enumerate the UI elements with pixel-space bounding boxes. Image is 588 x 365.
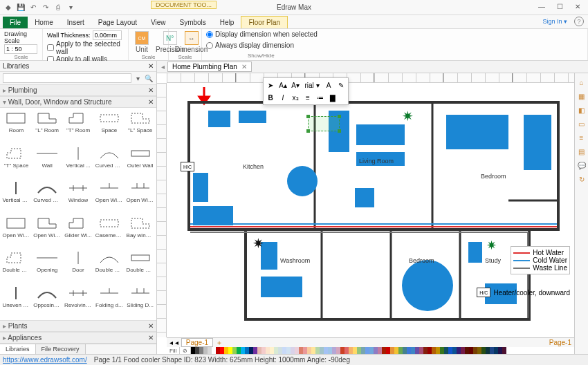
shape-item[interactable]: Outer Wall — [125, 146, 155, 178]
shape-item[interactable]: Folding d... — [94, 286, 124, 318]
furniture[interactable] — [402, 260, 453, 311]
tab-insert[interactable]: Insert — [60, 17, 91, 28]
theme-icon[interactable]: ◧ — [577, 105, 587, 115]
tab-nav-left[interactable]: ◂ — [161, 63, 165, 71]
bullet-icon[interactable]: ≔ — [315, 92, 326, 103]
ruler-vertical[interactable] — [157, 83, 167, 337]
sidebar-tab-recovery[interactable]: File Recovery — [36, 344, 86, 354]
shape-item[interactable]: Double D... — [125, 250, 155, 283]
shape-item[interactable]: Open Win... — [94, 180, 124, 213]
shape-item[interactable]: Curved O... — [33, 180, 62, 213]
redo-icon[interactable]: ↷ — [40, 2, 51, 13]
align-icon[interactable]: ≡ — [302, 92, 313, 103]
page-tab-dup[interactable]: Page-1 — [549, 339, 571, 346]
shape-item[interactable]: Casement... — [94, 216, 124, 248]
shape-item[interactable]: Open Win... — [33, 216, 62, 248]
undo-icon[interactable]: ↶ — [28, 2, 39, 13]
shape-item[interactable]: "T" Room — [64, 111, 93, 143]
style-icon[interactable]: ▭ — [577, 119, 587, 129]
shape-item[interactable]: Revolving... — [64, 286, 93, 318]
section-appliances[interactable]: ▸ Appliances✕ — [0, 332, 156, 344]
shape-item[interactable]: Vertical O... — [1, 180, 31, 213]
document-tab[interactable]: Home Plumbing Plan✕ — [167, 62, 252, 72]
shape-item[interactable]: Open Win... — [1, 216, 31, 248]
home-icon[interactable]: ⌂ — [577, 77, 587, 87]
furniture[interactable] — [356, 124, 405, 145]
shape-item[interactable]: "T" Space — [1, 146, 31, 178]
furniture[interactable] — [193, 173, 208, 202]
tab-home[interactable]: Home — [28, 17, 60, 28]
section-wall[interactable]: ▾ Wall, Door, Window and Structure✕ — [0, 96, 156, 108]
page-nav[interactable]: ◂ ◂ — [169, 339, 178, 346]
furniture[interactable] — [287, 166, 318, 196]
sign-in-link[interactable]: Sign In ▾ — [542, 18, 567, 25]
apply-selected-check[interactable]: Apply to the selected wall — [47, 40, 124, 55]
shape-item[interactable]: "L" Room — [33, 111, 62, 143]
status-url[interactable]: https://www.edrawsoft.com/ — [3, 356, 87, 364]
color-swatch[interactable] — [502, 347, 506, 354]
sidebar-tab-libraries[interactable]: Libraries — [0, 344, 36, 354]
furniture[interactable] — [239, 111, 266, 123]
shape-item[interactable]: Curved W... — [94, 146, 124, 178]
camera-icon[interactable]: ⎙ — [53, 2, 64, 13]
tab-page-layout[interactable]: Page Layout — [91, 17, 144, 28]
image-icon[interactable]: ▤ — [577, 147, 587, 156]
close-libraries-icon[interactable]: ✕ — [148, 62, 154, 70]
no-fill-icon[interactable]: ⊘ — [180, 347, 191, 354]
shape-item[interactable]: Opening — [33, 250, 62, 283]
minimize-button[interactable]: — — [533, 0, 551, 12]
close-tab-icon[interactable]: ✕ — [241, 63, 247, 71]
hc-symbol[interactable]: H/C — [181, 162, 194, 171]
close-button[interactable]: ✕ — [569, 0, 587, 12]
unit-button[interactable]: CMUnit — [133, 30, 151, 54]
shape-item[interactable]: Door — [64, 250, 93, 283]
page-tab[interactable]: Page-1 — [181, 338, 213, 347]
search-icon[interactable]: 🔍 — [144, 73, 154, 83]
display-always-radio[interactable]: Always display dimension — [206, 41, 583, 49]
clear-format-icon[interactable]: ✎ — [336, 79, 347, 91]
highlight-icon[interactable]: ▇ — [327, 92, 338, 103]
help-icon[interactable]: ? — [574, 17, 584, 26]
section-plants[interactable]: ▸ Plants✕ — [0, 320, 156, 332]
save-icon[interactable]: 💾 — [15, 2, 26, 13]
tab-view[interactable]: View — [144, 17, 173, 28]
italic-icon[interactable]: I — [277, 92, 288, 103]
font-family[interactable]: rial ▾ — [302, 79, 322, 91]
close-section-icon[interactable]: ✕ — [148, 322, 154, 330]
shape-item[interactable]: Uneven D... — [1, 286, 31, 318]
font-smaller-icon[interactable]: A▾ — [290, 79, 301, 91]
shape-item[interactable]: Space — [94, 111, 124, 143]
library-search-input[interactable] — [3, 73, 131, 83]
shape-item[interactable]: Open Win... — [125, 180, 155, 213]
subscript-icon[interactable]: x₂ — [290, 92, 301, 103]
furniture[interactable] — [193, 206, 233, 225]
layer-icon[interactable]: ≡ — [577, 133, 587, 142]
ruler-horizontal[interactable] — [167, 73, 588, 83]
pointer-icon[interactable]: ➤ — [265, 79, 276, 91]
shape-item[interactable]: Room — [1, 111, 31, 143]
close-section-icon[interactable]: ✕ — [148, 334, 154, 341]
furniture[interactable] — [261, 277, 302, 297]
close-section-icon[interactable]: ✕ — [148, 86, 154, 94]
shape-item[interactable]: Opposing ... — [33, 286, 62, 318]
maximize-button[interactable]: ☐ — [551, 0, 569, 12]
wall-thickness-input[interactable] — [93, 30, 122, 40]
tab-file[interactable]: File — [3, 17, 28, 28]
section-plumbing[interactable]: ▸ Plumbing✕ — [0, 84, 156, 96]
bold-icon[interactable]: B — [265, 92, 276, 103]
furniture[interactable] — [355, 188, 374, 207]
dropdown-icon[interactable]: ▾ — [133, 73, 143, 83]
shape-item[interactable]: "L" Space — [125, 111, 155, 143]
shape-item[interactable]: Bay window — [125, 216, 155, 248]
floating-format-toolbar[interactable]: ➤ A▴ A▾ rial ▾ A ✎ B I x₂ ≡ ≔ ▇ — [263, 77, 349, 105]
shape-item[interactable]: Double H... — [94, 250, 124, 283]
drawing-scale-input[interactable] — [4, 44, 37, 54]
tab-floor-plan[interactable]: Floor Plan — [241, 16, 288, 28]
format-icon[interactable]: ▦ — [577, 91, 587, 101]
furniture[interactable] — [468, 242, 482, 263]
shape-item[interactable]: Sliding D... — [125, 286, 155, 318]
drawing-canvas[interactable]: ✷ ✷ ✷ Kitchen Living Room Bedroom Washro… — [167, 83, 574, 337]
furniture[interactable] — [524, 115, 551, 170]
font-larger-icon[interactable]: A▴ — [277, 79, 288, 91]
tab-symbols[interactable]: Symbols — [173, 17, 213, 28]
